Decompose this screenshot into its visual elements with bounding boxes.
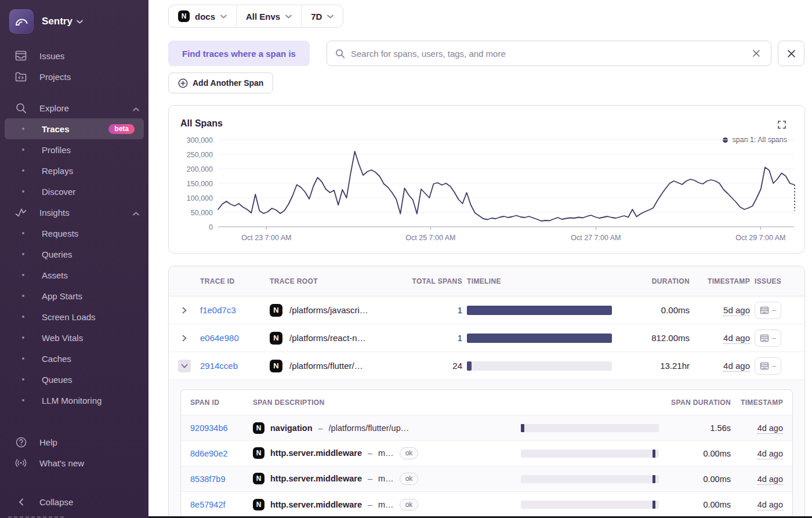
x-axis-tick-label: Oct 29 7:00 AM [735, 234, 785, 242]
timestamp-link[interactable]: 4d ago [757, 500, 783, 510]
trace-id-link[interactable]: e064e980 [200, 333, 265, 343]
status-badge-ok: ok [400, 473, 419, 484]
remove-span-filter-button[interactable] [778, 41, 804, 66]
sidebar-collapse-button[interactable]: Collapse [0, 491, 148, 512]
span-id-link[interactable]: 8e57942f [190, 500, 248, 509]
span-description: m… [378, 474, 394, 483]
timestamp-link[interactable]: 4d ago [757, 474, 783, 485]
column-header-span-duration: SPAN DURATION [664, 399, 731, 407]
span-id-link[interactable]: 8d6e90e2 [190, 449, 248, 458]
bullet-icon [22, 274, 24, 276]
sentry-logo-icon [9, 9, 34, 34]
search-icon [335, 49, 345, 59]
sidebar-item-what-s-new[interactable]: What's new [0, 452, 148, 473]
sidebar-item-llm-monitoring[interactable]: LLM Monitoring [0, 390, 148, 411]
sidebar-item-projects[interactable]: Projects [0, 66, 148, 87]
sidebar-item-label: Replays [42, 166, 139, 176]
timestamp-link[interactable]: 5d ago [723, 305, 750, 316]
sidebar-item-screen-loads[interactable]: Screen Loads [0, 306, 148, 327]
bullet-icon [22, 253, 24, 255]
x-axis-tick-label: Oct 27 7:00 AM [571, 234, 621, 242]
org-switcher[interactable]: Sentry [0, 0, 148, 39]
issues-icon [760, 306, 769, 314]
column-header-duration: DURATION [617, 277, 690, 285]
chart-line [218, 151, 794, 221]
nextjs-project-icon: N [270, 304, 282, 317]
expand-trace-button[interactable] [178, 360, 191, 372]
all-spans-chart-panel: All Spans span 1: All spans 050,000100,0… [168, 105, 805, 253]
timestamp-link[interactable]: 4d ago [757, 449, 783, 459]
date-range-label: 7D [311, 12, 322, 21]
total-spans: 1 [409, 305, 462, 315]
sidebar-item-label: Insights [39, 208, 133, 218]
sidebar-item-label: Profiles [42, 145, 139, 155]
chevron-left-icon [15, 498, 27, 506]
issues-button[interactable]: – [755, 302, 781, 319]
total-spans: 1 [409, 333, 462, 343]
chevron-down-icon [285, 15, 292, 19]
issues-button[interactable]: – [755, 357, 781, 375]
sidebar-item-discover[interactable]: Discover [0, 181, 148, 202]
span-id-link[interactable]: 8538f7b9 [190, 474, 248, 484]
sidebar-item-explore[interactable]: Explore [0, 97, 148, 118]
bullet-icon [22, 190, 24, 193]
column-header-timeline: TIMELINE [467, 277, 612, 285]
y-axis-tick-label: 250,000 [187, 151, 213, 159]
sidebar-item-caches[interactable]: Caches [0, 348, 148, 369]
y-axis-tick-label: 200,000 [187, 165, 213, 173]
sidebar-item-label: Assets [42, 270, 139, 280]
issues-count: – [772, 306, 776, 314]
timestamp-link[interactable]: 4d ago [723, 333, 750, 344]
span-description: /platforms/flutter/up… [329, 423, 409, 433]
sidebar-item-assets[interactable]: Assets [0, 265, 148, 285]
sidebar-item-app-starts[interactable]: App Starts [0, 285, 148, 306]
sidebar-item-replays[interactable]: Replays [0, 160, 148, 181]
span-row: 8e57942fNhttp.server.middleware–m…ok0.00… [181, 492, 792, 517]
separator: – [368, 500, 372, 509]
sidebar-item-traces[interactable]: Tracesbeta [5, 118, 144, 139]
environment-selector[interactable]: All Envs [236, 5, 301, 27]
sidebar-item-label: LLM Monitoring [42, 396, 139, 405]
nextjs-project-icon: N [178, 10, 190, 22]
trace-id-link[interactable]: 2914cceb [200, 361, 265, 371]
date-range-selector[interactable]: 7D [301, 5, 343, 27]
sidebar-item-queues[interactable]: Queues [0, 369, 148, 390]
span-filter-label-button[interactable]: Find traces where a span is [168, 41, 310, 66]
status-badge-ok: ok [400, 499, 419, 510]
span-timeline-bar [652, 450, 655, 458]
issues-button[interactable]: – [755, 329, 781, 347]
sidebar-item-label: Issues [39, 51, 139, 61]
span-row: 920934b6Nnavigation–/platforms/flutter/u… [181, 415, 792, 441]
timestamp-link[interactable]: 4d ago [723, 361, 750, 372]
page-filter-bar: N docs All Envs 7D [168, 5, 343, 28]
span-table-header: SPAN IDSPAN DESCRIPTIONSPAN DURATIONTIME… [181, 390, 792, 415]
expand-trace-button[interactable] [178, 304, 191, 317]
total-spans: 24 [409, 361, 462, 371]
sidebar-item-web-vitals[interactable]: Web Vitals [0, 327, 148, 348]
span-duration: 0.00ms [664, 474, 731, 484]
chevron-right-icon [182, 307, 187, 314]
folder-icon [15, 72, 27, 82]
main-content: N docs All Envs 7D Find traces where a s… [148, 0, 812, 518]
sidebar-item-help[interactable]: Help [0, 432, 148, 452]
span-timeline-track [521, 424, 659, 432]
bullet-icon [22, 295, 24, 297]
timeline-bar [467, 334, 612, 343]
clear-search-button[interactable] [750, 47, 763, 60]
project-selector[interactable]: N docs [169, 5, 236, 27]
sidebar-item-queries[interactable]: Queries [0, 244, 148, 265]
span-id-link[interactable]: 920934b6 [190, 423, 248, 433]
span-op: navigation [270, 423, 313, 433]
sidebar-item-requests[interactable]: Requests [0, 223, 148, 244]
trace-id-link[interactable]: f1e0d7c3 [200, 305, 265, 315]
add-another-span-button[interactable]: Add Another Span [168, 73, 273, 93]
sidebar-item-issues[interactable]: Issues [0, 45, 148, 66]
sidebar-item-profiles[interactable]: Profiles [0, 139, 148, 160]
span-search-input[interactable] [351, 49, 744, 59]
sidebar-item-label: Discover [42, 187, 139, 197]
timestamp-link[interactable]: 4d ago [757, 423, 783, 434]
expand-trace-button[interactable] [178, 332, 191, 345]
span-timeline-bar [652, 501, 655, 509]
sidebar: Sentry IssuesProjectsExploreTracesbetaPr… [0, 0, 148, 518]
sidebar-item-insights[interactable]: Insights [0, 202, 148, 223]
